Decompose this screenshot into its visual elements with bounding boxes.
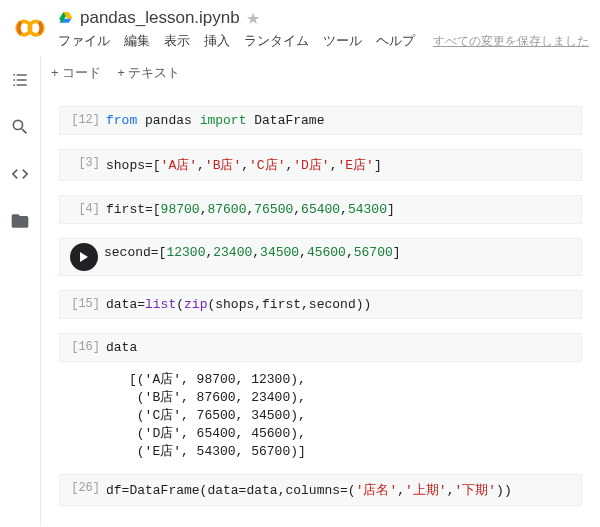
code-editor[interactable]: second=[12300,23400,34500,45600,56700] (98, 243, 407, 262)
execution-count: [26] (66, 479, 100, 495)
code-cell[interactable]: [12]from pandas import DataFrame (59, 106, 582, 135)
code-cell[interactable]: [15]data=list(zip(shops,first,second)) (59, 290, 582, 319)
code-cell[interactable]: [3]shops=['A店','B店','C店','D店','E店'] (59, 149, 582, 181)
code-editor[interactable]: df=DataFrame(data=data,columns=('店名','上期… (100, 479, 518, 501)
code-editor[interactable]: first=[98700,87600,76500,65400,54300] (100, 200, 401, 219)
left-sidebar (0, 56, 40, 526)
code-cell[interactable]: second=[12300,23400,34500,45600,56700] (59, 238, 582, 276)
run-cell-button[interactable] (70, 243, 98, 271)
menu-insert[interactable]: 挿入 (204, 32, 230, 50)
menu-edit[interactable]: 編集 (124, 32, 150, 50)
execution-count: [12] (66, 111, 100, 127)
menu-tools[interactable]: ツール (323, 32, 362, 50)
search-icon[interactable] (10, 117, 30, 140)
code-cell[interactable]: [16]data[('A店', 98700, 12300), ('B店', 87… (59, 333, 582, 460)
code-cell[interactable]: [4]first=[98700,87600,76500,65400,54300] (59, 195, 582, 224)
menubar: ファイル 編集 表示 挿入 ランタイム ツール ヘルプ すべての変更を保存しまし… (58, 28, 592, 56)
files-icon[interactable] (10, 211, 30, 234)
execution-count: [16] (66, 338, 100, 354)
code-editor[interactable]: from pandas import DataFrame (100, 111, 330, 130)
star-icon[interactable]: ★ (246, 9, 260, 28)
colab-logo (12, 10, 48, 46)
code-editor[interactable]: shops=['A店','B店','C店','D店','E店'] (100, 154, 388, 176)
code-cell[interactable]: [26]df=DataFrame(data=data,columns=('店名'… (59, 474, 582, 506)
code-snippets-icon[interactable] (10, 164, 30, 187)
execution-count: [4] (66, 200, 100, 216)
filename[interactable]: pandas_lesson.ipynb (80, 8, 240, 28)
code-editor[interactable]: data (100, 338, 143, 357)
execution-count: [15] (66, 295, 100, 311)
menu-view[interactable]: 表示 (164, 32, 190, 50)
add-code-button[interactable]: コード (51, 64, 101, 82)
menu-file[interactable]: ファイル (58, 32, 110, 50)
toc-icon[interactable] (10, 70, 30, 93)
cell-output: [('A店', 98700, 12300), ('B店', 87600, 234… (129, 370, 582, 460)
add-text-button[interactable]: テキスト (117, 64, 180, 82)
drive-icon (58, 10, 74, 26)
save-status[interactable]: すべての変更を保存しました (433, 33, 589, 50)
menu-help[interactable]: ヘルプ (376, 32, 415, 50)
code-editor[interactable]: data=list(zip(shops,first,second)) (100, 295, 377, 314)
menu-runtime[interactable]: ランタイム (244, 32, 309, 50)
cell-toolbar: コード テキスト (41, 56, 600, 92)
execution-count: [3] (66, 154, 100, 170)
